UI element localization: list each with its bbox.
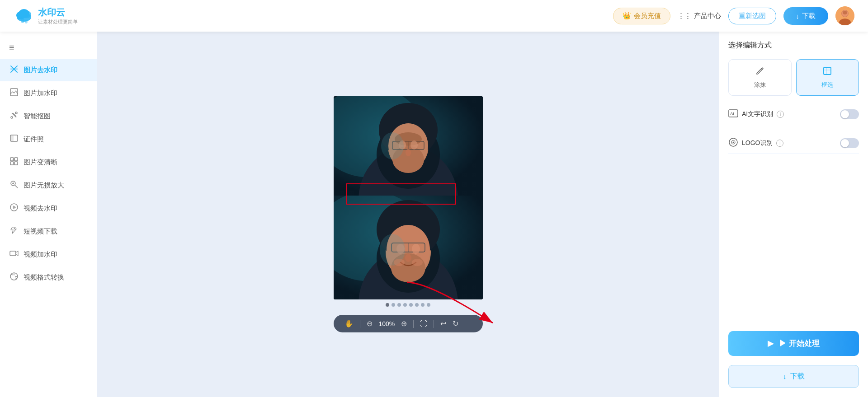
product-center-button[interactable]: ⋮⋮ 产品中心 xyxy=(678,12,721,20)
dot-3[interactable] xyxy=(397,303,401,307)
logo-recognition-label-text: LOGO识别 xyxy=(742,139,773,147)
logo-toggle[interactable] xyxy=(840,138,859,148)
edit-mode-section: 涂抹 框选 xyxy=(728,59,859,96)
header: 水印云 让素材处理更简单 👑 会员充值 ⋮⋮ 产品中心 重新选图 ↓ 下载 xyxy=(0,0,868,32)
start-btn-label: ▶ 开始处理 xyxy=(779,338,820,349)
toolbar-divider-2 xyxy=(413,320,414,328)
carousel-dots xyxy=(334,303,483,307)
svg-text:AI: AI xyxy=(730,112,734,116)
sidebar-item-id-photo[interactable]: 证件照 xyxy=(0,128,97,150)
sidebar-item-sharpen[interactable]: HD 图片变清晰 xyxy=(0,151,97,173)
svg-rect-18 xyxy=(11,135,14,141)
image-container: ✋ ⊖ 100% ⊕ ⛶ ↩ ↻ xyxy=(334,96,483,332)
photo-top xyxy=(334,96,483,196)
redo-icon[interactable]: ↻ xyxy=(453,319,458,328)
zoom-out-icon[interactable]: ⊖ xyxy=(367,319,373,328)
sidebar-label-remove-watermark: 图片去水印 xyxy=(24,66,57,75)
panel-title: 选择编辑方式 xyxy=(728,41,859,50)
ai-text-row: AI AI文字识别 i xyxy=(728,105,859,124)
sidebar: ≡ 图片去水印 图片加水印 xyxy=(0,32,97,397)
reselect-button[interactable]: 重新选图 xyxy=(728,8,776,24)
ai-text-info-icon[interactable]: i xyxy=(777,111,784,118)
sharpen-icon: HD xyxy=(9,157,19,168)
zoom-level: 100% xyxy=(379,320,395,327)
sidebar-item-video-remove[interactable]: 视频去水印 xyxy=(0,197,97,220)
right-panel: 选择编辑方式 涂抹 xyxy=(719,32,868,397)
ai-text-toggle[interactable] xyxy=(840,109,859,119)
sidebar-label-add-watermark: 图片加水印 xyxy=(24,89,57,98)
dot-1[interactable] xyxy=(386,303,389,307)
id-photo-icon xyxy=(9,134,19,145)
dot-5[interactable] xyxy=(409,303,413,307)
remove-watermark-icon xyxy=(9,65,19,76)
sidebar-label-short-video: 短视频下载 xyxy=(24,227,57,236)
sidebar-item-lossless-enlarge[interactable]: 图片无损放大 xyxy=(0,174,97,196)
logo-text: 水印云 让素材处理更简单 xyxy=(38,6,78,25)
member-recharge-button[interactable]: 👑 会员充值 xyxy=(613,8,670,24)
sidebar-item-short-video[interactable]: 短视频下载 xyxy=(0,220,97,243)
ai-icon: AI xyxy=(728,109,738,119)
svg-rect-22 xyxy=(14,162,18,165)
toolbar: ✋ ⊖ 100% ⊕ ⛶ ↩ ↻ xyxy=(334,315,483,332)
sidebar-label-video-convert: 视频格式转换 xyxy=(24,273,64,282)
svg-rect-11 xyxy=(10,68,18,70)
logo-info-icon[interactable]: i xyxy=(776,140,783,147)
smear-mode-button[interactable]: 涂抹 xyxy=(728,59,792,96)
frame-label: 框选 xyxy=(821,81,833,89)
dot-7[interactable] xyxy=(421,303,425,307)
play-icon: ▶ xyxy=(768,339,774,348)
toolbar-divider-3 xyxy=(434,320,434,328)
sidebar-label-id-photo: 证件照 xyxy=(24,135,44,144)
svg-rect-21 xyxy=(10,162,14,165)
sidebar-item-video-add[interactable]: 视频加水印 xyxy=(0,243,97,266)
sidebar-item-remove-watermark[interactable]: 图片去水印 xyxy=(0,59,97,81)
svg-point-48 xyxy=(381,132,404,159)
header-download-button[interactable]: ↓ 下载 xyxy=(783,7,829,25)
dot-2[interactable] xyxy=(392,303,395,307)
svg-line-25 xyxy=(15,185,18,188)
avatar[interactable] xyxy=(835,6,854,25)
download-icon-panel: ↓ xyxy=(783,373,787,381)
svg-point-65 xyxy=(412,259,423,266)
fullscreen-icon[interactable]: ⛶ xyxy=(420,320,427,328)
grid-icon: ⋮⋮ xyxy=(678,12,691,20)
frame-mode-button[interactable]: 框选 xyxy=(796,59,859,96)
svg-point-46 xyxy=(410,140,418,149)
sidebar-menu-toggle[interactable]: ≡ xyxy=(0,39,97,58)
svg-point-14 xyxy=(15,112,17,114)
svg-point-47 xyxy=(406,149,411,156)
svg-point-30 xyxy=(13,206,15,209)
smear-label: 涂抹 xyxy=(754,81,766,89)
logo-area: 水印云 让素材处理更简单 xyxy=(14,5,78,26)
undo-icon[interactable]: ↩ xyxy=(440,319,446,328)
dot-8[interactable] xyxy=(427,303,430,307)
zoom-in-icon[interactable]: ⊕ xyxy=(401,319,407,328)
svg-point-13 xyxy=(11,117,13,118)
panel-download-button[interactable]: ↓ 下载 xyxy=(728,365,859,388)
logo-title: 水印云 xyxy=(38,6,78,19)
svg-point-3 xyxy=(19,9,29,18)
image-wrapper xyxy=(334,96,483,299)
dot-4[interactable] xyxy=(403,303,407,307)
sidebar-item-video-convert[interactable]: 视频格式转换 xyxy=(0,266,97,289)
dot-6[interactable] xyxy=(415,303,419,307)
sidebar-item-add-watermark[interactable]: 图片加水印 xyxy=(0,82,97,104)
svg-point-62 xyxy=(405,254,411,262)
logo-subtitle: 让素材处理更简单 xyxy=(38,19,78,25)
sidebar-label-lossless-enlarge: 图片无损放大 xyxy=(24,181,64,190)
logo-icon xyxy=(728,138,738,149)
logo-recognition-row: LOGO识别 i xyxy=(728,133,859,154)
pencil-icon xyxy=(755,66,765,78)
sidebar-item-smart-clip[interactable]: 智能抠图 xyxy=(0,105,97,127)
short-video-icon xyxy=(9,226,19,237)
logo-icon xyxy=(14,5,34,26)
toolbar-divider-1 xyxy=(360,320,360,328)
main-layout: ≡ 图片去水印 图片加水印 xyxy=(0,32,868,397)
sidebar-label-video-add: 视频加水印 xyxy=(24,250,57,259)
ai-text-label: AI AI文字识别 i xyxy=(728,109,784,119)
video-add-icon xyxy=(9,249,19,260)
hand-tool-icon[interactable]: ✋ xyxy=(344,319,354,328)
video-convert-icon xyxy=(9,272,19,283)
start-processing-button[interactable]: ▶ ▶ 开始处理 xyxy=(728,331,859,356)
ai-text-label-text: AI文字识别 xyxy=(742,110,773,118)
